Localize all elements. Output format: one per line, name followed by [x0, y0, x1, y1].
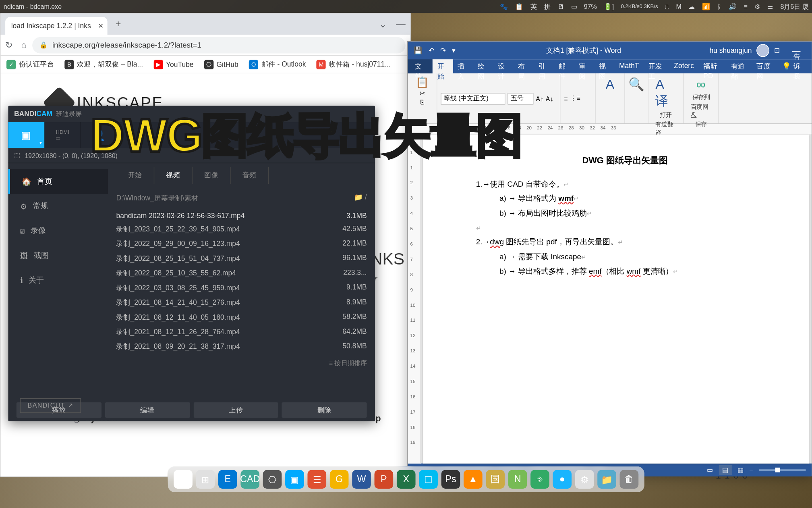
zoom-out-icon[interactable]: −	[749, 466, 753, 473]
sidebar-item-常规[interactable]: ⚙常规	[8, 194, 108, 219]
tell-me-search[interactable]: 💡 告诉我	[777, 59, 812, 73]
ribbon-tab-福昕PD[interactable]: 福昕PD	[699, 59, 727, 73]
baidu-save-button[interactable]: ∞ 保存到百度网盘	[687, 76, 715, 121]
shrink-font-icon[interactable]: A↓	[546, 95, 553, 102]
file-row[interactable]: 录制_2022_03_03_08_25_45_959.mp49.1MB	[116, 281, 367, 295]
ribbon-tab-插入[interactable]: 插入	[453, 59, 473, 73]
file-row[interactable]: 录制_2022_09_29_00_09_16_123.mp422.1MB	[116, 237, 367, 251]
file-row[interactable]: bandicam 2023-03-26 12-56-33-617.mp43.1M…	[116, 209, 367, 222]
bandicut-button[interactable]: BANDICUT ↗	[20, 398, 81, 413]
tray-icon[interactable]: 📋	[515, 3, 523, 10]
dock-app[interactable]: G	[330, 470, 349, 489]
window-min-icon[interactable]: —	[396, 19, 405, 30]
read-view-icon[interactable]: ▭	[707, 466, 713, 474]
reload-icon[interactable]: ↻	[5, 40, 13, 50]
browser-tab[interactable]: load Inkscape 1.2.2 | Inks ✕	[5, 17, 107, 35]
file-row[interactable]: 录制_2021_08_09_20_21_38_317.mp450.8MB	[116, 339, 367, 354]
bookmark-item[interactable]: ▶YouTube	[153, 60, 193, 69]
redo-icon[interactable]: ↷	[440, 46, 446, 54]
ribbon-options-icon[interactable]: ⊡	[774, 46, 780, 54]
dock-app[interactable]: W	[352, 470, 371, 489]
bluetooth-icon[interactable]: ᛒ	[717, 3, 721, 10]
ribbon-tab-绘图[interactable]: 绘图	[473, 59, 493, 73]
folder-icon[interactable]: 📁 /	[354, 193, 367, 203]
ime-indicator[interactable]: 英	[530, 2, 537, 11]
dock-app[interactable]: 🗑	[620, 470, 639, 489]
sidebar-item-录像[interactable]: ⎚录像	[8, 219, 108, 243]
battery-icon[interactable]: 🔋]	[604, 3, 614, 10]
ribbon-tab-百度网[interactable]: 百度网	[752, 59, 777, 73]
styles-button[interactable]: A	[599, 76, 621, 94]
bookmark-item[interactable]: ✓份认证平台	[6, 59, 54, 69]
document-page[interactable]: DWG 图纸导出矢量图 1.→使用 CAD 自带命令。↵ a) → 导出格式为 …	[423, 135, 809, 464]
close-tab-icon[interactable]: ✕	[98, 22, 104, 30]
sidebar-item-关于[interactable]: ℹ关于	[8, 268, 108, 292]
new-tab-button[interactable]: +	[112, 19, 124, 29]
paste-icon[interactable]: 📋	[416, 76, 429, 89]
cloud-icon[interactable]: ☁	[688, 3, 695, 10]
align-icon[interactable]: ≡	[564, 95, 568, 102]
tray-icon[interactable]: 🖥	[557, 3, 564, 10]
date-time[interactable]: 8月6日 厦	[780, 2, 808, 11]
find-button[interactable]: 🔍	[628, 76, 644, 94]
minimize-icon[interactable]: ⌄	[379, 19, 387, 30]
rect-select-tool[interactable]: ▣▾	[8, 122, 44, 148]
dock-app[interactable]: ⚙	[575, 470, 594, 489]
ribbon-tab-布局[interactable]: 布局	[514, 59, 534, 73]
content-tab[interactable]: 图像	[193, 167, 231, 184]
cut-icon[interactable]: ✂	[420, 90, 425, 98]
dock-app[interactable]: 国	[486, 470, 505, 489]
dock-app[interactable]: 📁	[597, 470, 616, 489]
dock-app[interactable]: N	[508, 470, 527, 489]
ribbon-tab-MathT[interactable]: MathT	[614, 59, 644, 73]
ribbon-tab-文件[interactable]: 文件	[408, 59, 433, 73]
sidebar-item-截图[interactable]: 🖼截图	[8, 243, 108, 268]
ribbon-tab-审阅[interactable]: 审阅	[574, 59, 594, 73]
action-button-上传[interactable]: 上传	[193, 402, 278, 418]
action-button-编辑[interactable]: 编辑	[105, 402, 190, 418]
content-tab[interactable]: 开始	[116, 167, 154, 184]
qat-dropdown-icon[interactable]: ▾	[452, 46, 456, 54]
font-size-select[interactable]	[508, 92, 533, 104]
bookmark-item[interactable]: B欢迎，胡双俊 – Bla...	[64, 59, 143, 69]
hdmi-tool[interactable]: HDMI▭	[45, 122, 81, 148]
dock-app[interactable]: P	[375, 470, 394, 489]
dock-app[interactable]: ▣	[285, 470, 304, 489]
user-avatar[interactable]	[756, 44, 769, 57]
file-row[interactable]: 录制_2021_08_12_11_26_28_764.mp464.2MB	[116, 325, 367, 339]
print-view-icon[interactable]: ▤	[719, 465, 731, 475]
home-icon[interactable]: ⌂	[21, 40, 26, 50]
dock-app[interactable]: ☰	[307, 470, 326, 489]
dock-app[interactable]: ⎔	[263, 470, 282, 489]
dock-app[interactable]: ⊞	[196, 470, 215, 489]
ime-indicator[interactable]: 拼	[544, 2, 551, 11]
sidebar-item-首页[interactable]: 🏠首页	[8, 169, 108, 194]
undo-icon[interactable]: ↶	[429, 46, 435, 54]
file-row[interactable]: 录制_2021_08_14_21_40_15_276.mp48.9MB	[116, 296, 367, 310]
dock-app[interactable]: Ps	[441, 470, 460, 489]
dock-app[interactable]: CAD	[240, 470, 259, 489]
dock-app[interactable]: ☐	[419, 470, 438, 489]
bookmark-item[interactable]: ⎔GitHub	[204, 60, 238, 69]
save-icon[interactable]: 💾	[414, 46, 423, 54]
font-name-select[interactable]	[441, 92, 505, 104]
zoom-slider[interactable]	[759, 469, 806, 471]
ribbon-tab-邮件[interactable]: 邮件	[554, 59, 574, 73]
list-icon[interactable]: ⋮≡	[570, 95, 580, 102]
bookmark-item[interactable]: O邮件 - Outlook	[249, 59, 306, 69]
grow-font-icon[interactable]: A↑	[536, 95, 543, 102]
ribbon-tab-视图[interactable]: 视图	[594, 59, 614, 73]
tray-icon[interactable]: ≡	[744, 3, 747, 10]
content-tab[interactable]: 视频	[154, 167, 193, 184]
wifi-icon[interactable]: 📶	[702, 3, 710, 10]
file-row[interactable]: 录制_2023_01_25_22_39_54_905.mp442.5MB	[116, 222, 367, 237]
ribbon-tab-Zoterc[interactable]: Zoterc	[669, 59, 699, 73]
dock-app[interactable]: X	[397, 470, 416, 489]
tray-icon[interactable]: ▭	[571, 3, 577, 10]
tray-icon[interactable]: ⚙	[754, 3, 760, 10]
web-view-icon[interactable]: ▦	[737, 466, 744, 474]
dock-app[interactable]: E	[218, 470, 237, 489]
action-button-删除[interactable]: 删除	[282, 402, 367, 418]
dock-app[interactable]: ⎆	[530, 470, 549, 489]
dock-app[interactable]: ●	[553, 470, 572, 489]
